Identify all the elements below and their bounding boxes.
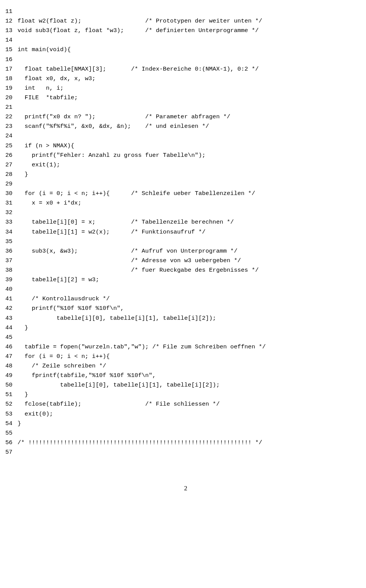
line-number: 41	[5, 294, 18, 304]
line-number: 26	[5, 151, 18, 160]
code-text: float w2(float z); /* Prototypen der wei…	[18, 16, 262, 26]
line-number: 31	[5, 198, 18, 208]
line-number: 55	[5, 429, 18, 438]
code-line: 29	[5, 179, 366, 189]
line-number: 29	[5, 179, 18, 189]
code-line: 48 /* Zeile schreiben */	[5, 361, 366, 371]
code-text: scanf("%f%f%i", &x0, &dx, &n); /* und ei…	[18, 122, 209, 131]
code-line: 54}	[5, 419, 366, 429]
code-text: tabelle[i][2] = w3;	[18, 275, 99, 285]
code-line: 57	[5, 448, 366, 457]
line-number: 27	[5, 160, 18, 170]
line-number: 25	[5, 141, 18, 151]
code-text: FILE *tabfile;	[18, 93, 78, 103]
code-line: 55	[5, 429, 366, 438]
code-text: /* Kontrollausdruck */	[18, 294, 110, 304]
line-number: 50	[5, 380, 18, 390]
line-number: 40	[5, 285, 18, 294]
code-line: 15int main(void){	[5, 45, 366, 55]
code-text: /* !!!!!!!!!!!!!!!!!!!!!!!!!!!!!!!!!!!!!…	[18, 438, 262, 448]
code-line: 25 if (n > NMAX){	[5, 141, 366, 151]
line-number: 45	[5, 333, 18, 342]
line-number: 38	[5, 266, 18, 275]
code-text: fprintf(tabfile,"%10f %10f %10f\n",	[18, 371, 156, 380]
code-line: 44 }	[5, 323, 366, 333]
code-line: 52 fclose(tabfile); /* File schliessen *…	[5, 400, 366, 409]
line-number: 21	[5, 103, 18, 112]
code-listing: 1112float w2(float z); /* Prototypen der…	[5, 7, 366, 457]
line-number: 43	[5, 314, 18, 323]
code-line: 47 for (i = 0; i < n; i++){	[5, 352, 366, 361]
line-number: 37	[5, 256, 18, 266]
line-number: 12	[5, 16, 18, 26]
code-text: tabfile = fopen("wurzeln.tab","w"); /* F…	[18, 342, 266, 352]
code-text: exit(1);	[18, 160, 60, 170]
line-number: 36	[5, 246, 18, 256]
code-line: 32	[5, 208, 366, 217]
code-line: 21	[5, 103, 366, 112]
line-number: 32	[5, 208, 18, 217]
code-text: /* Zeile schreiben */	[18, 361, 106, 371]
code-text: /* fuer Rueckgabe des Ergebnisses */	[18, 266, 259, 275]
code-line: 13void sub3(float z, float *w3); /* defi…	[5, 26, 366, 35]
code-text: x = x0 + i*dx;	[18, 198, 81, 208]
code-line: 43 tabelle[i][0], tabelle[i][1], tabelle…	[5, 314, 366, 323]
code-text: for (i = 0; i < n; i++){ /* Schleife ueb…	[18, 189, 255, 198]
line-number: 15	[5, 45, 18, 55]
code-text: tabelle[i][1] = w2(x); /* Funktionsaufru…	[18, 227, 205, 237]
code-line: 56/* !!!!!!!!!!!!!!!!!!!!!!!!!!!!!!!!!!!…	[5, 438, 366, 448]
code-line: 39 tabelle[i][2] = w3;	[5, 275, 366, 285]
line-number: 11	[5, 7, 18, 16]
code-line: 53 exit(0);	[5, 409, 366, 419]
line-number: 33	[5, 217, 18, 227]
code-text: printf("%10f %10f %10f\n",	[18, 304, 124, 313]
line-number: 54	[5, 419, 18, 429]
code-text: exit(0);	[18, 409, 53, 419]
code-line: 23 scanf("%f%f%i", &x0, &dx, &n); /* und…	[5, 122, 366, 131]
line-number: 22	[5, 112, 18, 122]
code-line: 49 fprintf(tabfile,"%10f %10f %10f\n",	[5, 371, 366, 380]
line-number: 52	[5, 400, 18, 409]
code-line: 18 float x0, dx, x, w3;	[5, 74, 366, 84]
line-number: 47	[5, 352, 18, 361]
code-line: 42 printf("%10f %10f %10f\n",	[5, 304, 366, 313]
line-number: 30	[5, 189, 18, 198]
code-line: 33 tabelle[i][0] = x; /* Tabellenzeile b…	[5, 217, 366, 227]
code-line: 31 x = x0 + i*dx;	[5, 198, 366, 208]
code-line: 35	[5, 237, 366, 246]
code-text: for (i = 0; i < n; i++){	[18, 352, 110, 361]
code-line: 36 sub3(x, &w3); /* Aufruf von Unterprog…	[5, 246, 366, 256]
line-number: 19	[5, 84, 18, 93]
code-line: 12float w2(float z); /* Prototypen der w…	[5, 16, 366, 26]
line-number: 46	[5, 342, 18, 352]
code-text: printf("x0 dx n? "); /* Parameter abfrag…	[18, 112, 230, 122]
code-line: 17 float tabelle[NMAX][3]; /* Index-Bere…	[5, 64, 366, 74]
code-text: float x0, dx, x, w3;	[18, 74, 96, 84]
code-line: 30 for (i = 0; i < n; i++){ /* Schleife …	[5, 189, 366, 198]
line-number: 53	[5, 409, 18, 419]
code-text: tabelle[i][0], tabelle[i][1], tabelle[i]…	[18, 380, 220, 390]
code-line: 40	[5, 285, 366, 294]
code-text: }	[18, 390, 28, 400]
page-number: 2	[5, 483, 366, 494]
line-number: 34	[5, 227, 18, 237]
code-line: 16	[5, 55, 366, 64]
line-number: 51	[5, 390, 18, 400]
code-text: /* Adresse von w3 uebergeben */	[18, 256, 241, 266]
code-text: tabelle[i][0], tabelle[i][1], tabelle[i]…	[18, 314, 216, 323]
line-number: 57	[5, 448, 18, 457]
code-line: 20 FILE *tabfile;	[5, 93, 366, 103]
line-number: 48	[5, 361, 18, 371]
line-number: 14	[5, 35, 18, 45]
code-line: 26 printf("Fehler: Anzahl zu gross fuer …	[5, 151, 366, 160]
line-number: 13	[5, 26, 18, 35]
line-number: 42	[5, 304, 18, 313]
line-number: 35	[5, 237, 18, 246]
line-number: 23	[5, 122, 18, 131]
code-line: 11	[5, 7, 366, 16]
code-line: 19 int n, i;	[5, 84, 366, 93]
code-text: sub3(x, &w3); /* Aufruf von Unterprogram…	[18, 246, 238, 256]
code-line: 37 /* Adresse von w3 uebergeben */	[5, 256, 366, 266]
line-number: 39	[5, 275, 18, 285]
code-line: 27 exit(1);	[5, 160, 366, 170]
